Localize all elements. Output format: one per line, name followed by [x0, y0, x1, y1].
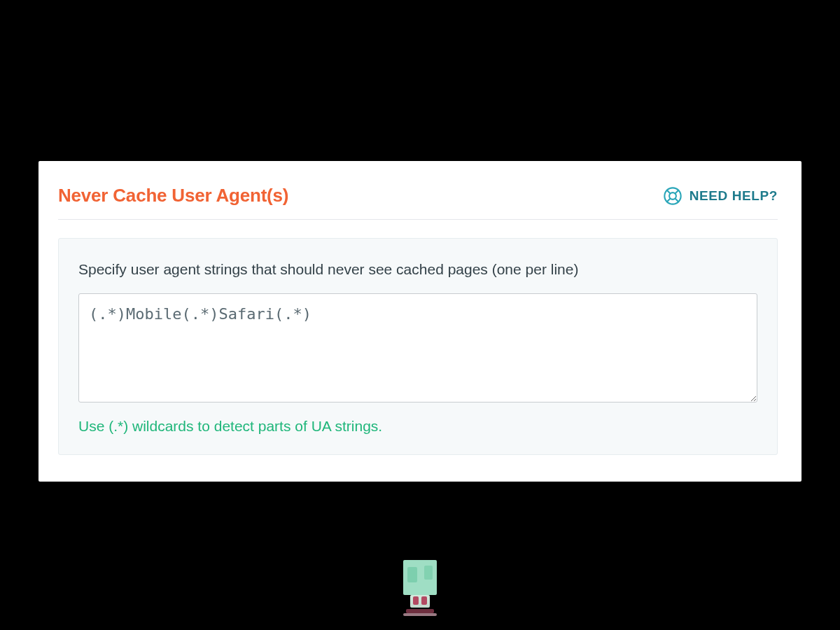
need-help-link[interactable]: NEED HELP? [663, 186, 778, 206]
settings-panel: Never Cache User Agent(s) NEED HELP? Spe… [38, 161, 802, 482]
svg-line-4 [675, 190, 678, 193]
section-header: Never Cache User Agent(s) NEED HELP? [58, 185, 778, 220]
svg-line-5 [666, 198, 670, 202]
ua-field-label: Specify user agent strings that should n… [78, 261, 757, 278]
footer-logo [402, 560, 438, 616]
need-help-label: NEED HELP? [690, 188, 778, 204]
ua-hint-text: Use (.*) wildcards to detect parts of UA… [78, 418, 757, 435]
never-cache-ua-textarea[interactable] [78, 293, 757, 402]
svg-line-3 [675, 198, 678, 202]
lifebuoy-icon [663, 186, 682, 206]
ua-field-box: Specify user agent strings that should n… [58, 238, 778, 455]
section-title: Never Cache User Agent(s) [58, 185, 288, 206]
svg-line-2 [666, 190, 670, 193]
